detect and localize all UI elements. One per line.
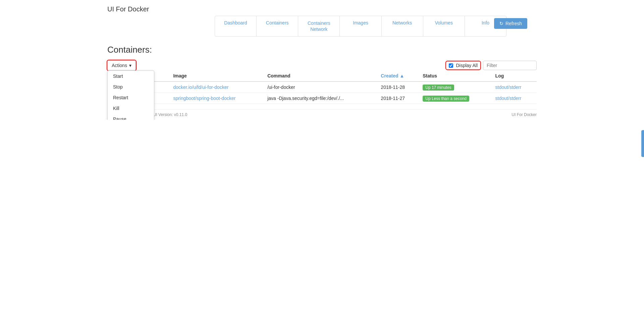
- cell-command-2: java -Djava.security.egd=file:/dev/./...: [264, 93, 377, 104]
- cell-command-1: /ui-for-docker: [264, 82, 377, 93]
- action-pause[interactable]: Pause: [108, 114, 154, 120]
- cell-image-1: docker.io/uifd/ui-for-docker: [170, 82, 264, 93]
- main-content: Containers: Actions ▾ Start Stop Restart…: [107, 45, 537, 104]
- action-kill[interactable]: Kill: [108, 103, 154, 114]
- log-link-2[interactable]: stdout/stderr: [495, 96, 522, 101]
- footer: Docker API Version: 1.26 UI Version: v0.…: [107, 109, 537, 120]
- col-log: Log: [492, 70, 537, 82]
- display-all-label[interactable]: Display All: [456, 63, 478, 68]
- table-row: ui-for-docker docker.io/uifd/ui-for-dock…: [107, 82, 537, 93]
- footer-brand: UI For Docker: [512, 112, 537, 117]
- filter-input[interactable]: [483, 61, 537, 70]
- cell-created-1: 2018-11-28: [377, 82, 419, 93]
- action-start[interactable]: Start: [108, 71, 154, 82]
- nav-networks[interactable]: Networks: [382, 16, 423, 36]
- col-image: Image: [170, 70, 264, 82]
- app-title: UI For Docker: [0, 0, 644, 16]
- action-restart[interactable]: Restart: [108, 92, 154, 103]
- actions-dropdown-menu: Start Stop Restart Kill Pause Unpause Re…: [107, 70, 154, 120]
- dropdown-caret-icon: ▾: [129, 63, 131, 68]
- actions-label: Actions: [112, 63, 127, 68]
- nav-containers-network[interactable]: Containers Network: [298, 16, 340, 36]
- navbar: Dashboard Containers Containers Network …: [215, 16, 506, 37]
- cell-status-2: Up Less than a second: [419, 93, 492, 104]
- display-all-checkbox[interactable]: [449, 63, 453, 68]
- actions-dropdown[interactable]: Actions ▾ Start Stop Restart Kill Pause …: [107, 60, 136, 70]
- status-badge-1: Up 17 minutes: [423, 85, 454, 91]
- display-all-area[interactable]: Display All: [446, 61, 480, 69]
- status-badge-2: Up Less than a second: [423, 96, 469, 102]
- action-stop[interactable]: Stop: [108, 82, 154, 92]
- toolbar: Actions ▾ Start Stop Restart Kill Pause …: [107, 60, 537, 70]
- log-link-1[interactable]: stdout/stderr: [495, 85, 522, 90]
- refresh-icon: ↻: [499, 21, 503, 26]
- ui-version-value: v0.11.0: [174, 112, 187, 117]
- refresh-button[interactable]: ↻ Refresh: [494, 18, 527, 29]
- sort-asc-icon: ▲: [399, 73, 404, 78]
- nav-dashboard[interactable]: Dashboard: [215, 16, 257, 36]
- col-command: Command: [264, 70, 377, 82]
- cell-image-2: springboot/spring-boot-docker: [170, 93, 264, 104]
- nav-volumes[interactable]: Volumes: [423, 16, 465, 36]
- nav-containers[interactable]: Containers: [257, 16, 298, 36]
- cell-created-2: 2018-11-27: [377, 93, 419, 104]
- col-status: Status: [419, 70, 492, 82]
- actions-button[interactable]: Actions ▾: [107, 60, 136, 70]
- containers-table: Name Image Command Created ▲ Status Log: [107, 70, 537, 104]
- nav-images[interactable]: Images: [340, 16, 381, 36]
- refresh-label: Refresh: [505, 21, 522, 26]
- cell-log-2: stdout/stderr: [492, 93, 537, 104]
- col-created[interactable]: Created ▲: [377, 70, 419, 82]
- page-title: Containers:: [107, 45, 537, 55]
- cell-status-1: Up 17 minutes: [419, 82, 492, 93]
- cell-log-1: stdout/stderr: [492, 82, 537, 93]
- table-row: spring-boot-docker springboot/spring-boo…: [107, 93, 537, 104]
- ui-version-label: UI Version:: [153, 112, 174, 117]
- table-header-row: Name Image Command Created ▲ Status Log: [107, 70, 537, 82]
- container-image-link-2[interactable]: springboot/spring-boot-docker: [173, 96, 235, 101]
- container-image-link-1[interactable]: docker.io/uifd/ui-for-docker: [173, 85, 228, 90]
